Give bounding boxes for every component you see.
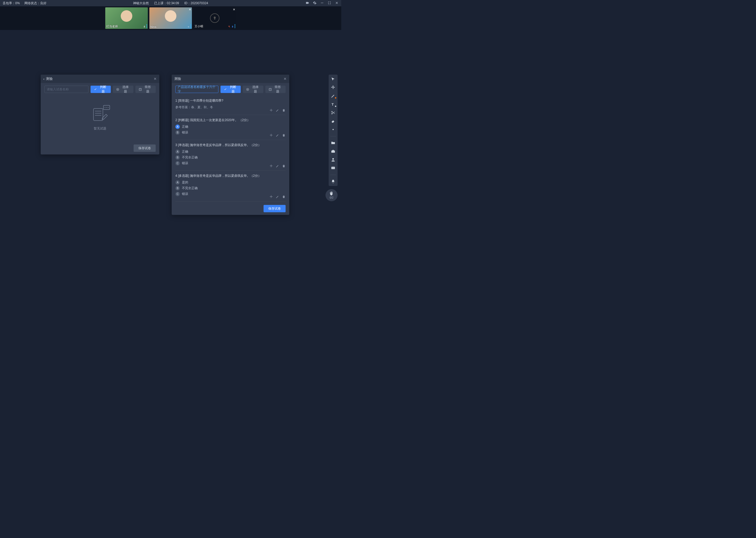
question-option[interactable]: B 不完全正确 — [175, 186, 286, 190]
question-option[interactable]: A 正确 — [175, 125, 286, 129]
empty-text: 暂无试题 — [94, 126, 106, 131]
quiz-panel-empty: ‹ 测验 ✕ 判断题 选择题 T 简答题 — [41, 75, 159, 154]
option-letter: B — [175, 130, 180, 135]
delete-icon[interactable] — [282, 108, 286, 112]
mic-icon — [187, 26, 190, 28]
question-option[interactable]: A 是的 — [175, 180, 286, 185]
short-answer-button[interactable]: T 简答题 — [135, 86, 156, 93]
question-option[interactable]: C 错误 — [175, 161, 286, 166]
text-tool-icon[interactable]: T — [331, 102, 336, 107]
user-icon[interactable] — [331, 157, 336, 162]
folder-icon[interactable] — [331, 140, 336, 145]
move-icon[interactable] — [269, 195, 273, 198]
option-text: 错误 — [182, 161, 188, 166]
question-option[interactable]: B 不完全正确 — [175, 155, 286, 160]
back-icon[interactable]: ‹ — [43, 77, 44, 81]
option-letter: C — [175, 192, 180, 196]
camera-toggle-icon[interactable] — [306, 1, 309, 6]
elapsed-time: 已上课：02:34:09 — [154, 1, 179, 6]
move-icon[interactable] — [269, 164, 273, 168]
bell-icon[interactable] — [331, 179, 336, 184]
judge-question-button[interactable]: 判断题 — [220, 86, 241, 93]
svg-point-3 — [214, 17, 216, 19]
hand-raise-count: 0/2 — [330, 196, 333, 199]
camera-off-icon — [210, 13, 219, 23]
video-tile-off[interactable]: ✕ 王小明 — [193, 7, 236, 29]
video-name: 叮当老师 — [106, 25, 118, 28]
edit-icon[interactable] — [276, 195, 279, 198]
question-title: 1 [简答题] 一年四季分别是哪四季? — [175, 98, 286, 103]
delete-icon[interactable] — [282, 134, 286, 137]
pen-tool-icon[interactable] — [331, 93, 336, 98]
choice-question-button[interactable]: 选择题 — [113, 86, 133, 93]
video-tile-student[interactable]: ✕ Nina — [149, 7, 192, 29]
empty-state: 暂无试题 — [44, 96, 156, 140]
question-item: 4 [多选题] 施华洛世奇是反华品牌，所以梁鼎琪反华。（2分） A 是的 B 不… — [175, 171, 286, 201]
panel-title: 测验 — [46, 77, 53, 81]
scissors-tool-icon[interactable] — [331, 110, 336, 115]
option-text: 错误 — [182, 130, 188, 135]
laser-tool-icon[interactable] — [331, 127, 336, 132]
video-name: Nina — [150, 25, 157, 28]
question-item: 3 [单选题] 施华洛世奇是反华品牌，所以梁鼎琪反华。（2分） A 正确 B 不… — [175, 140, 286, 171]
minimize-icon[interactable] — [320, 1, 324, 6]
question-option[interactable]: B 错误 — [175, 130, 286, 135]
option-letter: A — [175, 125, 180, 129]
short-answer-button[interactable]: T 简答题 — [265, 86, 286, 93]
close-icon[interactable]: ✕ — [283, 77, 287, 81]
option-text: 不完全正确 — [182, 186, 198, 190]
choice-question-button[interactable]: 选择题 — [243, 86, 263, 93]
svg-point-30 — [332, 168, 333, 168]
svg-point-7 — [117, 89, 118, 89]
eraser-tool-icon[interactable] — [331, 119, 336, 124]
move-icon[interactable] — [269, 108, 273, 112]
video-row: 叮当老师 ✕ Nina ✕ 王小明 — [0, 6, 341, 30]
option-text: 正确 — [182, 125, 188, 129]
room-id: ID：2020070324 — [184, 1, 208, 6]
svg-text:T: T — [140, 88, 141, 90]
room-title: 神秘大自然 — [133, 1, 149, 6]
quiz-name-input[interactable] — [44, 86, 88, 93]
option-letter: A — [175, 180, 180, 185]
question-item: 2 [判断题] 我国宪法上一次更新是在2020年。 （2分） A 正确 B 错误 — [175, 115, 286, 140]
video-close-icon[interactable]: ✕ — [189, 8, 191, 11]
settings-icon[interactable] — [313, 1, 316, 6]
edit-icon[interactable] — [276, 164, 279, 168]
save-quiz-button[interactable]: 保存试卷 — [134, 144, 156, 152]
packet-loss: 丢包率：0% — [3, 1, 20, 6]
svg-text:T: T — [332, 102, 334, 106]
mic-muted-icon — [228, 26, 230, 28]
svg-rect-27 — [332, 150, 334, 150]
question-title: 2 [判断题] 我国宪法上一次更新是在2020年。 （2分） — [175, 118, 286, 123]
question-actions — [269, 134, 286, 137]
edit-icon[interactable] — [276, 134, 279, 137]
move-icon[interactable] — [269, 134, 273, 137]
video-tile-teacher[interactable]: 叮当老师 — [105, 7, 148, 29]
pointer-tool-icon[interactable] — [331, 77, 336, 81]
toolbox-icon[interactable] — [331, 149, 336, 154]
topbar: 丢包率：0% 网络状态：良好 神秘大自然 已上课：02:34:09 ID：202… — [0, 0, 341, 6]
edit-icon[interactable] — [276, 108, 279, 112]
question-title: 3 [单选题] 施华洛世奇是反华品牌，所以梁鼎琪反华。（2分） — [175, 143, 286, 147]
quiz-name-display[interactable]: 产品说试卷名称最多十六个字 — [175, 86, 218, 93]
svg-point-32 — [334, 168, 334, 168]
save-quiz-button[interactable]: 保存试卷 — [263, 205, 286, 212]
svg-point-17 — [108, 107, 109, 108]
video-close-icon[interactable]: ✕ — [233, 8, 235, 11]
move-tool-icon[interactable] — [331, 85, 336, 90]
svg-point-16 — [106, 107, 107, 108]
delete-icon[interactable] — [282, 164, 286, 168]
svg-point-2 — [188, 27, 189, 27]
question-actions — [269, 195, 286, 198]
fullscreen-icon[interactable] — [328, 1, 331, 6]
hand-raise-badge[interactable]: 0/2 — [325, 189, 338, 201]
mic-icon — [231, 26, 234, 28]
close-icon[interactable]: ✕ — [154, 77, 157, 81]
question-option[interactable]: A 正确 — [175, 149, 286, 154]
question-answer: 参考答案：春、夏、秋、冬 — [175, 105, 286, 110]
close-window-icon[interactable] — [335, 1, 339, 6]
question-option[interactable]: C 错误 — [175, 192, 286, 196]
judge-question-button[interactable]: 判断题 — [91, 86, 111, 93]
delete-icon[interactable] — [282, 195, 286, 198]
chat-icon[interactable] — [331, 166, 336, 171]
